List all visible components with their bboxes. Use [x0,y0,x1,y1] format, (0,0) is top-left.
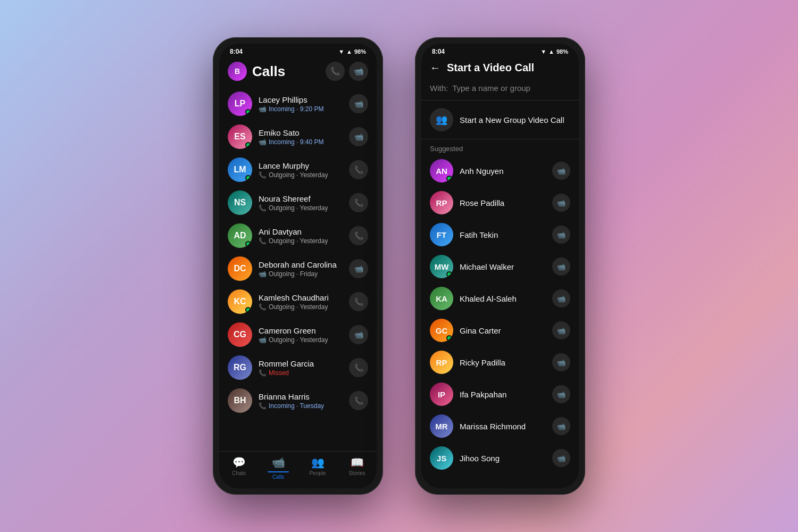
call-item-deborah[interactable]: DC Deborah and Carolina 📹 Outgoing · Fri… [219,252,377,285]
call-action-phone[interactable]: 📞 [349,226,368,245]
contact-anh[interactable]: AN Anh Nguyen 📹 [421,155,579,187]
contact-marissa[interactable]: MR Marissa Richmond 📹 [421,410,579,442]
contact-rose[interactable]: RP Rose Padilla 📹 [421,187,579,219]
call-item-lacey[interactable]: LP Lacey Phillips 📹 Incoming · 9:20 PM 📹 [219,87,377,120]
header-buttons: 📞 📹 [326,62,368,81]
video-btn-fatih[interactable]: 📹 [552,226,570,244]
online-indicator [446,176,452,181]
avatar-kamlesh: KC [228,289,252,314]
video-call-header: ← Start a Video Call [421,57,579,80]
call-meta: 📞 Incoming · Tuesday [259,402,343,410]
call-name: Lacey Phillips [259,95,343,104]
call-name: Deborah and Carolina [259,260,343,269]
call-action-phone[interactable]: 📞 [349,391,368,410]
contact-fatih[interactable]: FT Fatih Tekin 📹 [421,219,579,251]
contact-name: Michael Walker [460,262,546,271]
signal-icon: ▼ [338,48,344,55]
call-meta: 📞 Outgoing · Yesterday [259,171,343,179]
nav-chats[interactable]: 💬 Chats [219,456,259,480]
call-item-rommel[interactable]: RG Rommel Garcia 📞 Missed 📞 [219,351,377,384]
contact-gina[interactable]: GC Gina Carter 📹 [421,314,579,346]
people-label: People [309,470,326,476]
avatar-marissa: MR [430,414,453,438]
video-btn-michael[interactable]: 📹 [552,257,570,276]
call-info-emiko: Emiko Sato 📹 Incoming · 9:40 PM [259,128,343,146]
call-info-lacey: Lacey Phillips 📹 Incoming · 9:20 PM [259,95,343,113]
status-bar-2: 8:04 ▼ ▲ 98% [421,44,579,57]
video-btn-gina[interactable]: 📹 [552,321,570,339]
divider [421,100,579,101]
call-item-lance[interactable]: LM Lance Murphy 📞 Outgoing · Yesterday 📞 [219,153,377,186]
online-indicator [245,142,251,148]
call-list: LP Lacey Phillips 📹 Incoming · 9:20 PM 📹… [219,87,377,451]
active-indicator [268,471,289,472]
call-action-phone[interactable]: 📞 [349,292,368,311]
call-item-ani[interactable]: AD Ani Davtyan 📞 Outgoing · Yesterday 📞 [219,219,377,252]
call-info-lance: Lance Murphy 📞 Outgoing · Yesterday [259,161,343,179]
call-item-noura[interactable]: NS Noura Shereef 📞 Outgoing · Yesterday … [219,186,377,219]
avatar-khaled: KA [430,287,453,310]
contact-name: Ricky Padilla [460,358,546,367]
contact-khaled[interactable]: KA Khaled Al-Saleh 📹 [421,282,579,314]
nav-calls[interactable]: 📹 Calls [259,456,298,480]
avatar-anh: AN [430,159,453,182]
avatar-emiko: ES [228,124,252,149]
call-item-emiko[interactable]: ES Emiko Sato 📹 Incoming · 9:40 PM 📹 [219,120,377,153]
nav-people[interactable]: 👥 People [298,456,337,480]
nav-stories[interactable]: 📖 Stories [337,456,377,480]
call-meta: 📞 Missed [259,369,343,377]
call-action-video[interactable]: 📹 [349,127,368,146]
contact-ifa[interactable]: IP Ifa Pakpahan 📹 [421,378,579,410]
contact-ricky[interactable]: RP Ricky Padilla 📹 [421,346,579,378]
chats-icon: 💬 [232,456,246,469]
with-row: With: Type a name or group [421,80,579,99]
call-action-phone[interactable]: 📞 [349,193,368,212]
avatar-michael: MW [430,255,453,278]
call-name: Brianna Harris [259,392,343,401]
calls-header: B Calls 📞 📹 [219,57,377,87]
group-call-row[interactable]: 👥 Start a New Group Video Call [421,102,579,138]
avatar-ani: AD [228,223,252,248]
video-call-title: Start a Video Call [447,62,534,74]
call-action-video[interactable]: 📹 [349,94,368,113]
video-btn-khaled[interactable]: 📹 [552,289,570,307]
divider2 [421,139,579,139]
video-btn-jihoo[interactable]: 📹 [552,449,570,467]
video-call-button[interactable]: 📹 [349,62,368,81]
call-action-video[interactable]: 📹 [349,325,368,344]
call-info-deborah: Deborah and Carolina 📹 Outgoing · Friday [259,260,343,278]
video-btn-marissa[interactable]: 📹 [552,417,570,435]
avatar-noura: NS [228,190,252,215]
back-button[interactable]: ← [430,62,440,74]
contact-michael[interactable]: MW Michael Walker 📹 [421,251,579,282]
call-meta: 📞 Outgoing · Yesterday [259,237,343,245]
time-2: 8:04 [432,48,445,55]
call-item-kamlesh[interactable]: KC Kamlesh Chaudhari 📞 Outgoing · Yester… [219,285,377,318]
video-call-phone: 8:04 ▼ ▲ 98% ← Start a Video Call With: … [415,37,585,495]
online-indicator [446,271,452,277]
with-label: With: [430,84,448,93]
avatar-brianna: BH [228,388,252,413]
call-meta: 📹 Incoming · 9:20 PM [259,105,343,113]
contact-jihoo[interactable]: JS Jihoo Song 📹 [421,442,579,474]
video-btn-rose[interactable]: 📹 [552,194,570,212]
people-icon: 👥 [311,456,325,469]
stories-icon: 📖 [351,456,364,469]
calls-icon: 📹 [272,456,285,469]
avatar-ifa: IP [430,383,453,406]
phone-call-button[interactable]: 📞 [326,62,345,81]
name-input[interactable]: Type a name or group [452,84,570,93]
call-action-phone[interactable]: 📞 [349,358,368,377]
video-btn-ricky[interactable]: 📹 [552,353,570,371]
call-info-brianna: Brianna Harris 📞 Incoming · Tuesday [259,392,343,410]
call-action-video[interactable]: 📹 [349,259,368,278]
call-item-cameron[interactable]: CG Cameron Green 📹 Outgoing · Yesterday … [219,318,377,351]
stories-label: Stories [348,470,365,476]
contact-name: Gina Carter [460,326,546,335]
online-indicator [446,335,452,341]
video-btn-ifa[interactable]: 📹 [552,385,570,403]
call-item-brianna[interactable]: BH Brianna Harris 📞 Incoming · Tuesday 📞 [219,384,377,417]
call-action-phone[interactable]: 📞 [349,160,368,179]
user-avatar[interactable]: B [228,62,247,81]
video-btn-anh[interactable]: 📹 [552,162,570,180]
